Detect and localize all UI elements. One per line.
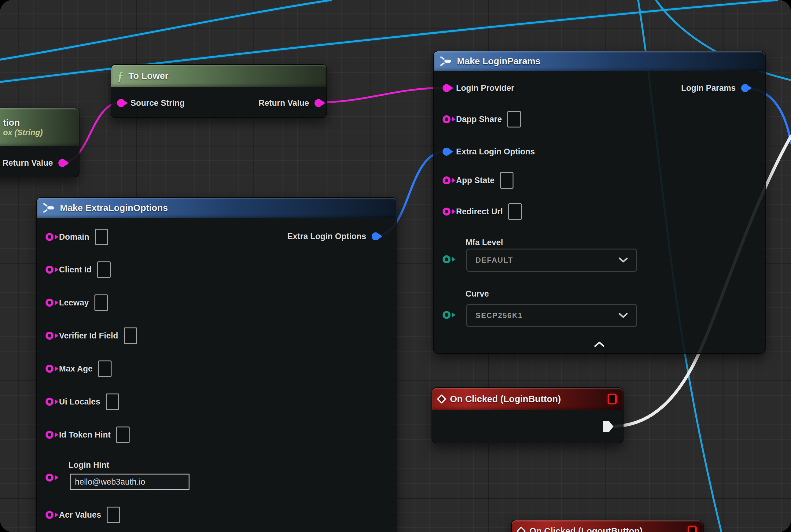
source-string-pin[interactable] [117,99,125,107]
login-hint-input[interactable] [70,474,190,490]
pin-label: Login Params [681,83,736,93]
node-title-block: tion ox (String) [3,117,43,137]
mfa-level-label: Mfa Level [465,238,503,247]
pin-row-id-token-hint: Id Token Hint [37,426,397,443]
node-header[interactable]: ƒ To Lower [111,65,326,87]
return-value-pin[interactable] [58,159,66,167]
pin-row-extra-login-options-in: Extra Login Options [434,144,765,160]
pin-label: Extra Login Options [456,147,535,156]
wire-lower-to-provider[interactable] [317,88,446,102]
event-diamond-icon [516,526,526,532]
pin-label: Source String [131,98,185,108]
node-make-login-params[interactable]: Make LoginParams Login Provider Login Pa… [433,51,766,354]
acr-values-value-box[interactable] [107,507,120,523]
blueprint-canvas[interactable]: tion ox (String) Return Value ƒ To Lower… [0,0,791,532]
pin-label: Ui Locales [59,397,100,407]
pin-row-max-age: Max Age [37,360,397,377]
chevron-up-icon [594,341,605,347]
mfa-level-value: DEFAULT [476,256,513,264]
pin-label: Verifier Id Field [59,331,118,341]
ui-locales-pin[interactable] [45,398,54,406]
dapp-share-value-box[interactable] [507,111,521,128]
pin-row-client-id: Client Id [37,261,397,278]
collapse-node-button[interactable] [434,341,765,348]
event-diamond-icon [437,394,446,404]
node-subtitle: ox (String) [3,128,43,137]
node-title: On Clicked (LogoutButton) [529,526,643,532]
pin-label: Id Token Hint [59,430,111,440]
pin-row-verifier-id-field: Verifier Id Field [37,327,397,344]
pin-label: Leeway [59,298,89,308]
node-title: To Lower [128,71,168,81]
node-title: On Clicked (LoginButton) [450,394,561,404]
node-on-clicked-login-button[interactable]: On Clicked (LoginButton) [431,387,623,443]
domain-pin[interactable] [45,233,54,241]
redirect-url-value-box[interactable] [508,203,522,220]
pin-row-return-value: Return Value [0,155,79,171]
chevron-down-icon [619,258,628,263]
acr-values-pin[interactable] [45,511,54,519]
client-id-value-box[interactable] [97,261,111,278]
pin-row-redirect-url: Redirect Url [434,203,765,220]
return-value-pin[interactable] [314,99,323,107]
node-title: Make ExtraLoginOptions [60,203,168,213]
node-title: tion [3,117,43,128]
pin-label: Max Age [59,364,93,374]
event-delegate-icon[interactable] [688,526,697,532]
node-header[interactable]: Make LoginParams [434,51,765,71]
redirect-url-pin[interactable] [443,208,450,215]
node-on-clicked-logout-button[interactable]: On Clicked (LogoutButton) [511,520,703,532]
leeway-pin[interactable] [45,299,54,307]
leeway-value-box[interactable] [94,294,108,311]
node-to-lower[interactable]: ƒ To Lower Source String Return Value [111,64,327,118]
max-age-pin[interactable] [45,365,54,373]
chevron-down-icon [619,313,628,318]
mfa-level-pin[interactable] [443,255,450,263]
event-delegate-icon[interactable] [607,394,617,404]
extra-login-options-in-pin[interactable] [443,148,450,156]
pin-label: App State [456,176,495,185]
pin-row-source-string: Source String Return Value [111,95,326,111]
node-header[interactable]: tion ox (String) [0,108,79,146]
max-age-value-box[interactable] [98,360,112,377]
make-struct-icon [43,203,55,213]
dapp-share-pin[interactable] [443,115,450,123]
domain-value-box[interactable] [95,229,108,245]
login-params-out-pin[interactable] [741,84,749,92]
id-token-hint-pin[interactable] [45,431,54,439]
pin-row-app-state: App State [434,172,765,189]
curve-label: Curve [465,289,489,299]
verifier-id-field-value-box[interactable] [124,327,137,344]
mfa-level-dropdown[interactable]: DEFAULT [466,249,637,272]
pin-row-login-params-out: Login Params [434,80,765,96]
pin-label: Client Id [59,265,92,274]
pin-label: Dapp Share [456,115,502,124]
curve-pin[interactable] [443,311,450,319]
pin-label: Return Value [2,158,53,168]
node-string-function-partial[interactable]: tion ox (String) Return Value [0,108,79,177]
app-state-pin[interactable] [443,176,450,184]
login-hint-pin[interactable] [45,474,54,481]
exec-out-pin[interactable] [603,421,613,432]
pin-row-acr-values: Acr Values [37,507,397,523]
pin-row-leeway: Leeway [37,294,397,311]
client-id-pin[interactable] [45,266,54,274]
pin-label: Domain [59,232,89,242]
node-header[interactable]: On Clicked (LoginButton) [432,388,623,410]
pin-label: Return Value [258,98,309,108]
ui-locales-value-box[interactable] [106,394,119,410]
node-header[interactable]: On Clicked (LogoutButton) [512,520,703,532]
curve-dropdown[interactable]: SECP256K1 [466,304,637,327]
pin-label: Acr Values [59,510,101,520]
pin-label: Redirect Url [456,207,503,216]
node-header[interactable]: Make ExtraLoginOptions [37,198,397,218]
app-state-value-box[interactable] [500,172,514,189]
verifier-id-field-pin[interactable] [45,332,54,340]
id-token-hint-value-box[interactable] [116,426,130,443]
node-make-extra-login-options[interactable]: Make ExtraLoginOptions Extra Login Optio… [36,197,397,532]
function-icon: ƒ [117,70,123,82]
make-struct-icon [440,56,452,66]
curve-value: SECP256K1 [476,311,523,320]
pin-row-dapp-share: Dapp Share [434,111,765,128]
login-hint-label: Login Hint [69,460,109,470]
